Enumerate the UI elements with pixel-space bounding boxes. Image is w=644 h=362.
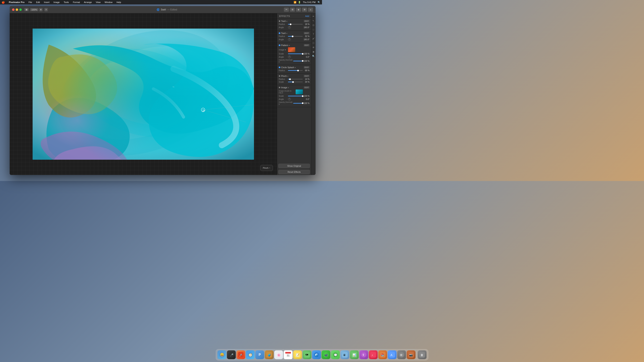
image-scale-value: 100 % — [304, 95, 310, 97]
pattern-angle-dial[interactable] — [288, 55, 291, 58]
effect-image-toggle[interactable] — [279, 87, 280, 88]
menubar: 🍎 Pixelmator Pro File Edit Insert Image … — [0, 0, 322, 4]
effect-pinch-edit[interactable]: EDIT — [304, 75, 310, 77]
pen-tool-btn[interactable]: ✏ — [284, 7, 289, 12]
maximize-button[interactable] — [19, 8, 22, 11]
menu-insert[interactable]: Insert — [43, 0, 50, 4]
canvas-area[interactable]: Pinch ~ — [10, 13, 277, 175]
image-scale-fill — [288, 96, 303, 96]
share-tool-btn[interactable]: ⊕ — [302, 7, 307, 12]
effects-panel: EFFECTS Add Twirl ▾ EDIT Radius — [277, 13, 311, 175]
menu-arrange[interactable]: Arrange — [83, 0, 92, 4]
rt-magnify-icon[interactable]: 🔍 — [312, 54, 315, 58]
show-original-btn[interactable]: Show Original — [278, 164, 310, 168]
image-angle-label: Angle — [279, 98, 287, 100]
circle-splash-radius-slider[interactable] — [288, 70, 303, 71]
effect-circle-splash-edit[interactable]: EDIT — [304, 66, 310, 69]
zoom-label: 100% — [30, 8, 38, 11]
twirl2-angle-value: 180.0° — [304, 38, 310, 41]
effect-pattern-toggle[interactable] — [279, 44, 280, 46]
twirl1-angle-label: Angle — [279, 26, 287, 28]
twirl1-radius-label: Radius — [279, 23, 287, 25]
rt-cursor-icon[interactable]: ↖ — [312, 19, 315, 22]
rt-text-icon[interactable]: T — [312, 32, 315, 36]
twirl1-radius-slider[interactable] — [288, 24, 303, 24]
close-button[interactable] — [12, 8, 14, 11]
rt-pen-icon[interactable]: ✒ — [312, 14, 315, 18]
rt-eraser-icon[interactable]: ◻ — [312, 41, 315, 45]
menu-edit[interactable]: Edit — [35, 0, 41, 4]
effect-image-edit[interactable]: EDIT — [304, 86, 310, 89]
menu-view[interactable]: View — [95, 0, 102, 4]
effect-pinch-toggle[interactable] — [279, 75, 280, 77]
crop-tool-btn[interactable]: ⊞ — [290, 7, 295, 12]
effect-twirl2-edit[interactable]: EDIT — [304, 32, 310, 34]
twirl2-radius-fill — [288, 36, 292, 37]
more-tool-btn[interactable]: ≡ — [308, 7, 313, 12]
menu-window[interactable]: Window — [104, 0, 113, 4]
pinch-radius-fill — [288, 79, 290, 79]
zoom-increase-btn[interactable]: + — [44, 8, 48, 11]
svg-rect-2 — [32, 28, 254, 160]
menu-appname[interactable]: Pixelmator Pro — [8, 0, 25, 4]
pattern-opacity-thumb — [302, 60, 304, 62]
right-toolbar: ✒ ↖ ⊡ □ T 🖌 ◻ ⊕ ◉ 🔍 — [311, 13, 316, 175]
apple-menu[interactable]: 🍎 — [2, 1, 5, 4]
rt-brush-icon[interactable]: 🖌 — [312, 37, 315, 40]
image-opacity-slider[interactable] — [293, 103, 303, 104]
menu-format[interactable]: Format — [72, 0, 81, 4]
rt-shape-icon[interactable]: □ — [312, 28, 315, 31]
circle-splash-radius-value: 68 % — [304, 69, 310, 72]
twirl1-angle-dial[interactable] — [288, 26, 291, 29]
add-effect-btn[interactable]: Add — [305, 15, 309, 17]
effect-twirl2-toggle[interactable] — [279, 32, 280, 34]
twirl2-radius-slider[interactable] — [288, 36, 303, 37]
circle-splash-radius-fill — [288, 70, 298, 71]
circle-splash-radius-label: Radius — [279, 69, 287, 72]
effect-pinch-name: Pinch ▾ — [281, 75, 303, 77]
effect-image: Image ▾ EDIT Image (Scale to Fill) ▾ Sca… — [277, 85, 311, 107]
pattern-opacity-fill — [293, 61, 303, 61]
rt-crop-icon[interactable]: ⊡ — [312, 23, 315, 27]
pinch-scale-slider[interactable] — [288, 82, 303, 82]
effect-twirl1-edit[interactable]: EDIT — [304, 20, 310, 22]
document-status: — Edited — [167, 8, 177, 11]
effect-twirl1-toggle[interactable] — [279, 20, 280, 22]
effect-control-point[interactable] — [201, 108, 205, 112]
menu-image[interactable]: Image — [53, 0, 60, 4]
effect-pattern-edit[interactable]: EDIT — [304, 44, 310, 46]
zoom-decrease-btn[interactable]: ▾ — [39, 8, 43, 11]
reset-effects-btn[interactable]: Reset Effects — [278, 170, 310, 174]
document-title: Swirl — [161, 8, 166, 11]
image-angle-value: 0.0° — [304, 98, 310, 100]
circle-splash-radius-thumb — [297, 70, 299, 71]
pattern-scale-thumb — [302, 53, 304, 55]
search-icon[interactable]: 🔍 — [318, 1, 320, 3]
menu-tools[interactable]: Tools — [63, 0, 70, 4]
pattern-scale-slider[interactable] — [288, 53, 303, 54]
rt-clone-icon[interactable]: ⊕ — [312, 45, 315, 49]
rt-eye-icon[interactable]: ◉ — [312, 50, 315, 53]
menu-help[interactable]: Help — [116, 0, 122, 4]
minimize-button[interactable] — [16, 8, 18, 11]
pattern-angle-value: 0.0° — [304, 56, 310, 58]
effect-circle-splash-toggle[interactable] — [279, 66, 280, 68]
effect-pattern: Pattern ▾ EDIT Image ▾ Scale 100 % — [277, 43, 311, 65]
titlebar: ▦ 100% ▾ + 🌀 Swirl — Edited ✏ ⊞ ◈ ⊕ ≡ — [10, 6, 316, 13]
image-image-row: Image (Scale to Fill) ▾ — [279, 89, 310, 94]
adjust-tool-btn[interactable]: ◈ — [296, 7, 301, 12]
pinch-radius-value: 14 % — [304, 78, 310, 80]
menu-file[interactable]: File — [28, 0, 33, 4]
pattern-opacity-slider[interactable] — [293, 61, 303, 61]
image-angle-dial[interactable] — [288, 98, 291, 100]
twirl2-angle-dial[interactable] — [288, 38, 291, 41]
image-image-preview[interactable] — [296, 89, 303, 94]
pattern-angle-label: Angle — [279, 56, 287, 58]
pattern-image-preview[interactable] — [288, 47, 295, 52]
toolbar-view-btn[interactable]: ▦ — [24, 8, 29, 11]
pinch-radius-slider[interactable] — [288, 79, 303, 79]
effect-twirl1: Twirl ▾ EDIT Radius 18 % Angle 180.0° — [277, 19, 311, 31]
image-scale-slider[interactable] — [288, 96, 303, 96]
content-area: Pinch ~ EFFECTS Add Twirl ▾ EDIT Radius — [10, 13, 316, 175]
effect-circle-splash-name: Circle Splash ▾ — [281, 66, 303, 69]
